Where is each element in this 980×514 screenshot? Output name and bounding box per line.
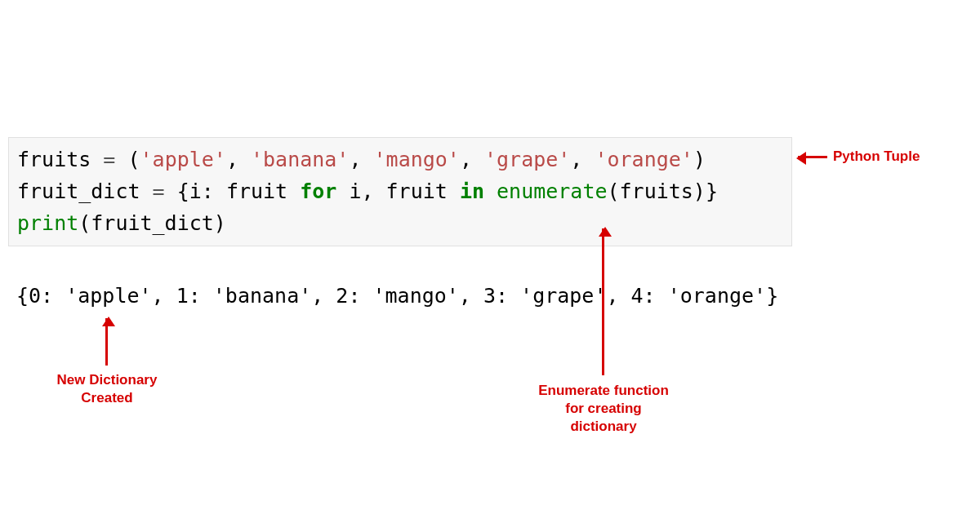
code-token: )	[693, 148, 706, 171]
annotation-enumerate: Enumerate function for creating dictiona…	[534, 382, 673, 436]
code-token: for	[300, 179, 336, 203]
code-token: fruits	[17, 148, 91, 171]
code-token: enumerate	[497, 179, 607, 203]
code-token: print	[17, 211, 78, 235]
code-token: 'banana'	[251, 148, 349, 171]
code-token: in	[460, 179, 484, 203]
code-token: (	[127, 148, 140, 171]
output-text: {0: 'apple', 1: 'banana', 2: 'mango', 3:…	[16, 284, 778, 308]
code-token: ,	[570, 148, 595, 171]
code-token	[484, 179, 497, 203]
code-token: (fruit_dict)	[78, 211, 226, 235]
code-token: i, fruit	[336, 179, 460, 203]
code-token: 'mango'	[374, 148, 460, 171]
code-line-1: fruits = ('apple', 'banana', 'mango', 'g…	[17, 144, 783, 176]
arrow-left-icon	[798, 156, 827, 158]
code-output-cell: {0: 'apple', 1: 'banana', 2: 'mango', 3:…	[8, 277, 808, 315]
code-token: {	[177, 179, 189, 203]
code-token: ,	[460, 148, 484, 171]
code-line-4: print(fruit_dict)	[17, 208, 783, 240]
code-token: 'orange'	[595, 148, 693, 171]
code-input-cell: fruits = ('apple', 'banana', 'mango', 'g…	[8, 137, 792, 246]
code-token: 'apple'	[140, 148, 226, 171]
code-token: i: fruit	[189, 179, 300, 203]
code-token: fruit_dict	[17, 179, 140, 203]
arrow-up-icon	[105, 318, 108, 366]
code-token: =	[91, 148, 127, 171]
code-token: ,	[226, 148, 251, 171]
code-token: =	[140, 179, 177, 203]
code-token: (fruits)}	[608, 179, 718, 203]
annotation-new-dictionary: New Dictionary Created	[52, 371, 162, 407]
code-token: ,	[349, 148, 373, 171]
arrow-up-icon	[602, 228, 604, 375]
code-line-3: fruit_dict = {i: fruit for i, fruit in e…	[17, 176, 783, 208]
annotation-python-tuple: Python Tuple	[833, 148, 920, 166]
code-token: 'grape'	[484, 148, 570, 171]
